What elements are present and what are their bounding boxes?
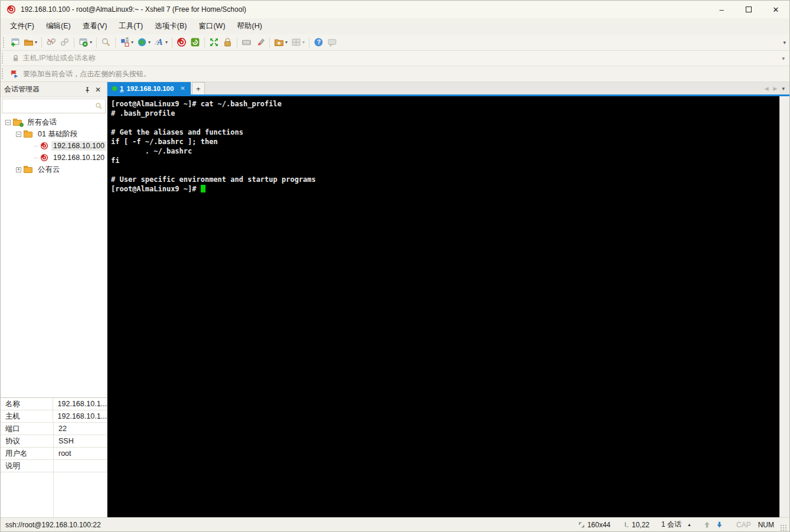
keyboard-icon (241, 37, 252, 47)
connection-url: ssh://root@192.168.10.100:22 (5, 521, 566, 529)
prop-row-description: 说明 (1, 460, 107, 472)
address-input[interactable]: 主机,IP地址或会话名称 (23, 53, 782, 63)
infobar-grip[interactable] (2, 68, 5, 79)
close-button[interactable]: ✕ (762, 1, 789, 18)
cursor-position-icon (622, 521, 629, 528)
feedback-button[interactable] (325, 35, 339, 49)
maximize-icon (746, 6, 752, 12)
virtual-keyboard-button[interactable] (240, 35, 253, 49)
svg-text:?: ? (317, 38, 321, 45)
xftp-button[interactable] (188, 35, 202, 49)
scroll-up-icon (703, 521, 711, 528)
session-icon (40, 142, 48, 150)
disconnect-button[interactable] (44, 35, 58, 49)
properties-dropdown-arrow[interactable]: ▾ (90, 40, 92, 45)
menu-edit[interactable]: 编辑(E) (40, 19, 77, 34)
lock-screen-button[interactable] (221, 35, 234, 49)
root-folder-icon (13, 119, 22, 126)
scroll-down-button[interactable] (716, 521, 723, 528)
web-dropdown-arrow[interactable]: ▾ (148, 40, 151, 45)
info-bar: 要添加当前会话，点击左侧的箭头按钮。 (1, 66, 789, 82)
addressbar-grip[interactable] (2, 53, 5, 64)
toolbar-grip[interactable] (3, 37, 6, 48)
collapse-icon[interactable]: − (16, 132, 21, 137)
scroll-up-button[interactable] (703, 521, 711, 528)
arrange-dropdown-arrow[interactable]: ▾ (131, 40, 133, 45)
arrange-transfer-button[interactable]: ▾ (118, 35, 135, 49)
menu-view[interactable]: 查看(V) (77, 19, 113, 34)
terminal-screen[interactable]: [root@AlmaLinux9 ~]# cat ~/.bash_profile… (107, 96, 779, 517)
session-count-button[interactable]: 1 会话 ▲ (661, 520, 691, 530)
session-search-input[interactable] (2, 99, 106, 113)
font-button[interactable]: AA▾ (152, 35, 169, 49)
web-browser-button[interactable]: ▾ (135, 35, 152, 49)
open-session-button[interactable]: ▾ (22, 35, 39, 49)
scroll-down-icon (716, 521, 723, 528)
maximize-button[interactable] (735, 1, 762, 18)
minimize-button[interactable]: – (708, 1, 735, 18)
folder-icon (24, 166, 33, 173)
session-tree: − 所有会话 − 01 基础阶段 192.168.10.100 (1, 115, 107, 397)
session-count-dropdown-icon[interactable]: ▲ (687, 523, 691, 527)
menu-file[interactable]: 文件(F) (4, 19, 40, 34)
new-session-button[interactable] (8, 35, 22, 49)
help-button[interactable]: ? (312, 35, 325, 49)
tree-item-session-120[interactable]: 192.168.10.120 (1, 152, 107, 164)
tab-session-active[interactable]: 1 192.168.10.100 ✕ (107, 82, 191, 94)
expand-icon[interactable]: + (16, 167, 21, 172)
xshell-button[interactable] (175, 35, 188, 49)
add-session-flag-icon[interactable] (11, 70, 19, 79)
tree-item-all-sessions[interactable]: − 所有会话 (1, 116, 107, 128)
reconnect-button[interactable] (58, 35, 71, 49)
font-dropdown-arrow[interactable]: ▾ (165, 40, 168, 45)
tab-label: 192.168.10.100 (126, 85, 174, 92)
highlight-pen-button[interactable] (253, 35, 267, 49)
menu-bar: 文件(F) 编辑(E) 查看(V) 工具(T) 选项卡(B) 窗口(W) 帮助(… (1, 18, 789, 34)
tab-close-icon[interactable]: ✕ (180, 85, 185, 92)
open-dropdown-arrow[interactable]: ▾ (35, 40, 37, 45)
tree-item-folder-basic[interactable]: − 01 基础阶段 (1, 128, 107, 140)
terminal-line: # .bash_profile (111, 109, 779, 118)
terminal-line: fi (111, 156, 779, 165)
session-properties-icon (79, 37, 89, 47)
menu-help[interactable]: 帮助(H) (231, 19, 268, 34)
tree-item-folder-cloud[interactable]: + 公有云 (1, 164, 107, 175)
lock-icon (223, 37, 233, 47)
tree-item-session-100[interactable]: 192.168.10.100 (1, 140, 107, 152)
tab-list-dropdown-arrow[interactable]: ▾ (782, 86, 785, 92)
close-panel-button[interactable]: ✕ (93, 84, 103, 95)
title-bar: 192.168.10.100 - root@AlmaLinux9:~ - Xsh… (1, 1, 789, 18)
fullscreen-button[interactable] (207, 35, 221, 49)
terminal-size-icon (578, 521, 585, 528)
menu-tabs[interactable]: 选项卡(B) (149, 19, 192, 34)
collapse-icon[interactable]: − (5, 120, 11, 125)
new-tab-button[interactable]: + (192, 82, 205, 94)
find-button[interactable] (99, 35, 113, 49)
new-folder-icon (274, 37, 284, 47)
globe-icon (137, 37, 147, 47)
pin-icon (84, 86, 91, 93)
tab-scroll-right-icon[interactable]: ▶ (773, 86, 778, 92)
prop-row-username: 用户名 root (1, 448, 107, 460)
tab-scroll-left-icon[interactable]: ◀ (765, 86, 769, 92)
open-folder-icon (24, 37, 34, 47)
menu-tools[interactable]: 工具(T) (113, 19, 149, 34)
help-icon: ? (314, 37, 324, 47)
new-session-icon (10, 37, 20, 47)
address-bar[interactable]: 主机,IP地址或会话名称 ▾ (1, 51, 789, 66)
new-session-folder-button[interactable]: ▾ (272, 35, 289, 49)
xshell-icon (177, 37, 187, 47)
pin-panel-button[interactable] (82, 84, 93, 95)
resize-grip[interactable] (780, 524, 787, 531)
toolbar-overflow-arrow[interactable]: ▾ (783, 40, 786, 45)
layout-grid-button[interactable]: ▾ (289, 35, 306, 49)
terminal-scrollbar[interactable] (779, 96, 789, 517)
xshell-window: 192.168.10.100 - root@AlmaLinux9:~ - Xsh… (0, 0, 790, 532)
address-dropdown-arrow[interactable]: ▾ (782, 56, 785, 61)
connected-dot-icon (112, 86, 117, 91)
terminal-prompt-line: [root@AlmaLinux9 ~]# (111, 184, 779, 194)
layout-dropdown-arrow[interactable]: ▾ (302, 40, 305, 45)
session-properties-button[interactable]: ▾ (77, 35, 94, 49)
new-folder-dropdown-arrow[interactable]: ▾ (285, 40, 288, 45)
menu-window[interactable]: 窗口(W) (192, 19, 231, 34)
